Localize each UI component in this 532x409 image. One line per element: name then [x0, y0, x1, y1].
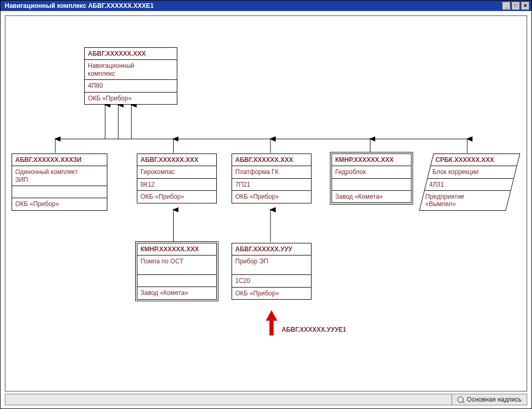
window-controls: _ □ ✕	[502, 2, 529, 10]
node-code	[12, 186, 107, 198]
node-description: Гирокомпас	[137, 166, 216, 178]
search-icon	[457, 396, 464, 403]
node-manufacturer: ОКБ «Прибор»	[232, 287, 311, 299]
node-manufacturer: ОКБ «Прибор»	[232, 190, 311, 202]
node-title: АБВГ.ХХХХХХ.ХХХ	[232, 154, 311, 166]
node-manufacturer: Предприятие«Вымпел»	[425, 193, 464, 208]
node-code: 4П80	[85, 79, 177, 91]
node-description: Платформа ГК	[232, 166, 311, 178]
node-code: 4Л31	[429, 181, 444, 188]
diagram-canvas-frame: АБВГ.ХХХХХХ.ХХХ Навигационныйкомплекс 4П…	[5, 15, 527, 392]
node-code	[137, 274, 216, 287]
status-bar: Основная надпись	[5, 394, 527, 405]
node-code	[332, 178, 411, 190]
node-code: 7П21	[232, 178, 311, 190]
node-title: АБВГ.ХХХХХХ.ХХХЗИ	[12, 154, 107, 166]
node-pump[interactable]: КМНР.ХХХХХХ.ХХХ Помпа по ОСТ Завод «Коме…	[137, 243, 217, 300]
node-description: Прибор ЭП	[232, 255, 311, 274]
node-manufacturer: ОКБ «Прибор»	[85, 92, 177, 104]
node-device-ep[interactable]: АБВГ.ХХХХХХ.УУУ Прибор ЭП 1С20 ОКБ «Приб…	[232, 243, 312, 300]
status-section-main-inscription[interactable]: Основная надпись	[451, 394, 527, 405]
node-platform[interactable]: АБВГ.ХХХХХХ.ХХХ Платформа ГК 7П21 ОКБ «П…	[232, 154, 312, 203]
node-title: АБВГ.ХХХХХХ.ХХХ	[85, 48, 177, 59]
selected-marker-label: АБВГ.ХХХХХХ.УУУЕ1	[282, 326, 346, 333]
node-code: 8К12	[137, 178, 216, 190]
node-gyrocompass[interactable]: АБВГ.ХХХХХХ.ХХХ Гирокомпас 8К12 ОКБ «При…	[137, 154, 217, 203]
close-button[interactable]: ✕	[521, 2, 529, 10]
node-title: АБВГ.ХХХХХХ.УУУ	[232, 243, 311, 255]
node-title: АБВГ.ХХХХХХ.ХХХ	[137, 154, 216, 166]
node-description: Навигационныйкомплекс	[85, 59, 177, 79]
window-title: Навигационный комплекс АБВГ.ХХХХХХ.ХХХЕ1	[5, 2, 154, 9]
node-root[interactable]: АБВГ.ХХХХХХ.ХХХ Навигационныйкомплекс 4П…	[84, 47, 177, 105]
node-title: КМНР.ХХХХХХ.ХХХ	[137, 243, 216, 255]
node-description: Одиночный комплектЗИП	[12, 166, 107, 186]
node-description: Помпа по ОСТ	[137, 255, 216, 274]
node-title: КМНР.ХХХХХХ.ХХХ	[332, 154, 411, 166]
selected-marker-arrow-icon	[266, 310, 277, 335]
application-window: Навигационный комплекс АБВГ.ХХХХХХ.ХХХЕ1…	[0, 0, 532, 409]
title-bar: Навигационный комплекс АБВГ.ХХХХХХ.ХХХЕ1…	[1, 1, 531, 11]
node-hydroblock[interactable]: КМНР.ХХХХХХ.ХХХ Гидроблок Завод «Комета»	[332, 154, 411, 203]
node-title: СРБК.ХХХХХХ.ХХХ	[436, 156, 494, 163]
node-manufacturer: Завод «Комета»	[137, 287, 216, 299]
diagram-canvas[interactable]: АБВГ.ХХХХХХ.ХХХ Навигационныйкомплекс 4П…	[5, 16, 527, 391]
node-code: 1С20	[232, 274, 311, 287]
minimize-button[interactable]: _	[502, 2, 510, 10]
status-section-label: Основная надпись	[467, 396, 521, 403]
maximize-button[interactable]: □	[511, 2, 520, 10]
node-manufacturer: Завод «Комета»	[332, 190, 411, 202]
node-description: Гидроблок	[332, 166, 411, 178]
node-zip[interactable]: АБВГ.ХХХХХХ.ХХХЗИ Одиночный комплектЗИП …	[12, 154, 107, 211]
node-correction-block[interactable]: СРБК.ХХХХХХ.ХХХ Блок коррекции 4Л31 Пред…	[426, 154, 513, 211]
node-description: Блок коррекции	[433, 168, 479, 176]
node-manufacturer: ОКБ «Прибор»	[137, 190, 216, 202]
node-manufacturer: ОКБ «Прибор»	[12, 198, 107, 210]
